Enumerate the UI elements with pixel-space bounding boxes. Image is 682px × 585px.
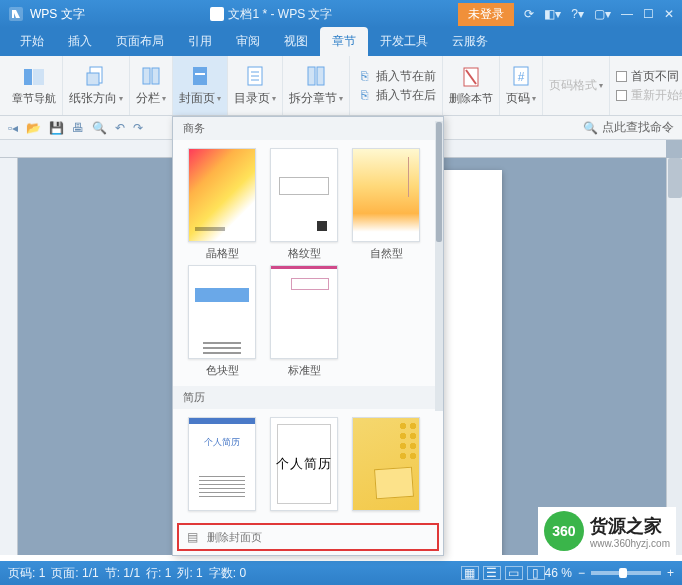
view-print-icon[interactable]: ▦ (461, 566, 479, 580)
toc-button[interactable]: 目录页▾ (228, 56, 283, 115)
orientation-button[interactable]: 纸张方向▾ (63, 56, 130, 115)
zoom-level[interactable]: 46 % (545, 566, 572, 580)
first-page-different-checkbox[interactable]: 首页不同 (616, 68, 682, 85)
cover-page-button[interactable]: 封面页▾ (173, 56, 228, 115)
status-section[interactable]: 节: 1/1 (105, 565, 140, 582)
window-controls: ⟳ ◧▾ ?▾ ▢▾ — ☐ ✕ (524, 7, 674, 21)
svg-text:#: # (518, 70, 525, 84)
ribbon-tabs: 开始 插入 页面布局 引用 审阅 视图 章节 开发工具 云服务 (0, 28, 682, 56)
ribbon: 章节导航 纸张方向▾ 分栏▾ 封面页▾ 目录页▾ 拆分章节▾ ⎘插入节在前 ⎘插… (0, 56, 682, 116)
pagenum-icon: # (509, 64, 533, 88)
view-outline-icon[interactable]: ☰ (483, 566, 501, 580)
search-icon: 🔍 (583, 121, 598, 135)
dropdown-icon[interactable]: ◧▾ (544, 7, 561, 21)
scrollbar-vertical[interactable] (666, 158, 682, 555)
zoom-slider[interactable] (591, 571, 661, 575)
save-icon[interactable]: 💾 (49, 121, 64, 135)
svg-rect-1 (24, 69, 32, 85)
cover-template-biaozhun[interactable] (270, 265, 338, 359)
svg-rect-2 (33, 69, 44, 85)
login-button[interactable]: 未登录 (458, 3, 514, 26)
undo-icon[interactable]: ↶ (115, 121, 125, 135)
zoom-out-button[interactable]: − (578, 566, 585, 580)
split-icon (304, 64, 328, 88)
cover-template-cv3[interactable] (352, 417, 420, 511)
delete-section-button[interactable]: 删除本节 (443, 56, 500, 115)
view-web-icon[interactable]: ▭ (505, 566, 523, 580)
ruler-vertical[interactable] (0, 158, 18, 555)
tab-devtools[interactable]: 开发工具 (368, 27, 440, 56)
document-title: 文档1 * - WPS 文字 (85, 6, 459, 23)
cover-icon (188, 64, 212, 88)
checkbox-icon (616, 90, 627, 101)
brand-name: 货源之家 (590, 514, 670, 538)
delete-cover-button[interactable]: ▤ 删除封面页 (177, 523, 439, 551)
status-page[interactable]: 页码: 1 (8, 565, 45, 582)
status-bar: 页码: 1 页面: 1/1 节: 1/1 行: 1 列: 1 字数: 0 ▦ ☰… (0, 561, 682, 585)
help-icon[interactable]: ?▾ (571, 7, 584, 21)
cover-template-cv2[interactable]: 个人简历 (270, 417, 338, 511)
insert-before-button[interactable]: ⎘插入节在前 (356, 68, 436, 85)
redo-icon[interactable]: ↷ (133, 121, 143, 135)
restart-numbering-button[interactable]: 重新开始编号 (616, 87, 682, 104)
status-line[interactable]: 行: 1 (146, 565, 171, 582)
page-format-button[interactable]: 页码格式▾ (543, 56, 610, 115)
cover-page-dropdown: 商务 晶格型 格纹型 自然型 色块型 标准型 简历 个人简历 个人简历 ▤ 删除… (172, 116, 444, 556)
zoom-in-button[interactable]: + (667, 566, 674, 580)
tab-review[interactable]: 审阅 (224, 27, 272, 56)
tab-start[interactable]: 开始 (8, 27, 56, 56)
svg-rect-7 (193, 67, 207, 85)
status-pages[interactable]: 页面: 1/1 (51, 565, 98, 582)
cover-template-sekuai[interactable] (188, 265, 256, 359)
close-button[interactable]: ✕ (664, 7, 674, 21)
status-col[interactable]: 列: 1 (177, 565, 202, 582)
view-read-icon[interactable]: ▯ (527, 566, 545, 580)
dropdown-scrollbar[interactable] (435, 121, 443, 411)
tab-view[interactable]: 视图 (272, 27, 320, 56)
cover-template-gewen[interactable] (270, 148, 338, 242)
tab-reference[interactable]: 引用 (176, 27, 224, 56)
restore-icon[interactable]: ▢▾ (594, 7, 611, 21)
tab-layout[interactable]: 页面布局 (104, 27, 176, 56)
view-buttons: ▦ ☰ ▭ ▯ (461, 566, 545, 580)
page-number-button[interactable]: # 页码▾ (500, 56, 543, 115)
maximize-button[interactable]: ☐ (643, 7, 654, 21)
tab-cloud[interactable]: 云服务 (440, 27, 500, 56)
columns-button[interactable]: 分栏▾ (130, 56, 173, 115)
find-command[interactable]: 🔍点此查找命令 (583, 119, 674, 136)
app-name: WPS 文字 (30, 6, 85, 23)
minimize-button[interactable]: — (621, 7, 633, 21)
print-icon[interactable]: 🖶 (72, 121, 84, 135)
new-icon[interactable]: ▫◂ (8, 121, 18, 135)
delete-cover-icon: ▤ (187, 530, 201, 544)
nav-icon (22, 65, 46, 89)
dropdown-section-resume: 简历 (173, 386, 443, 409)
insert-before-icon: ⎘ (356, 68, 372, 84)
title-bar: WPS 文字 文档1 * - WPS 文字 未登录 ⟳ ◧▾ ?▾ ▢▾ — ☐… (0, 0, 682, 28)
cover-template-jingge[interactable] (188, 148, 256, 242)
delete-section-icon (459, 65, 483, 89)
svg-rect-4 (87, 73, 99, 85)
sync-icon[interactable]: ⟳ (524, 7, 534, 21)
tab-section[interactable]: 章节 (320, 27, 368, 56)
insert-after-icon: ⎘ (356, 87, 372, 103)
status-chars[interactable]: 字数: 0 (209, 565, 246, 582)
svg-rect-8 (195, 73, 205, 75)
watermark-brand: 360 货源之家 www.360hyzj.com (538, 507, 676, 555)
brand-logo: 360 (544, 511, 584, 551)
dropdown-section-business: 商务 (173, 117, 443, 140)
svg-rect-13 (308, 67, 315, 85)
preview-icon[interactable]: 🔍 (92, 121, 107, 135)
cover-template-ziran[interactable] (352, 148, 420, 242)
section-nav-button[interactable]: 章节导航 (6, 56, 63, 115)
brand-url: www.360hyzj.com (590, 538, 670, 549)
toc-icon (243, 64, 267, 88)
insert-after-button[interactable]: ⎘插入节在后 (356, 87, 436, 104)
split-section-button[interactable]: 拆分章节▾ (283, 56, 350, 115)
cover-template-cv1[interactable]: 个人简历 (188, 417, 256, 511)
svg-rect-6 (152, 68, 159, 84)
checkbox-icon (616, 71, 627, 82)
open-icon[interactable]: 📂 (26, 121, 41, 135)
tab-insert[interactable]: 插入 (56, 27, 104, 56)
orientation-icon (84, 64, 108, 88)
